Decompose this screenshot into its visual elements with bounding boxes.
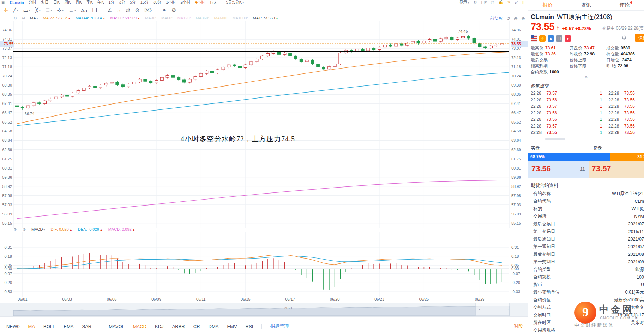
navigator-left-arrow-icon[interactable]: ← <box>478 307 482 312</box>
timeframe-4小时[interactable]: 4小时 <box>195 0 205 5</box>
timeframe-周K[interactable]: 周K <box>64 0 71 5</box>
ma-legend-item[interactable]: MA360: <box>196 16 209 20</box>
chart-navigator[interactable] <box>0 303 528 317</box>
ma-legend-item[interactable]: MA▾ <box>30 16 38 20</box>
timeframe-2小时[interactable]: 2小时 <box>180 0 190 5</box>
indicator-tab-MACD[interactable]: MACD <box>133 324 146 329</box>
range-selector[interactable]: 5天:5分K▾ <box>226 0 244 5</box>
timeframe-15分[interactable]: 15分 <box>140 0 149 5</box>
panel-tab-评论[interactable]: 评论 <box>606 0 644 10</box>
measure-icon[interactable]: ∠ <box>107 7 112 13</box>
macd-legend-item[interactable]: MACD: 0.092▲ <box>108 227 135 231</box>
indicator-tab-EMA[interactable]: EMA <box>64 324 73 329</box>
adjust-mode-link[interactable]: 前复权 <box>490 16 503 22</box>
indicator-tab-CR[interactable]: CR <box>193 324 200 329</box>
active-symbol-label[interactable]: CLmain <box>10 0 24 5</box>
indicator-tab-MAVOL[interactable]: MAVOL <box>109 324 125 329</box>
panel-toggle-icon[interactable]: ▯ <box>522 0 524 5</box>
tick-list-scrollbar[interactable] <box>545 138 565 140</box>
timeframe-日K[interactable]: 日K <box>53 0 60 5</box>
undo-icon[interactable]: ↺ <box>506 16 510 21</box>
timeframe-30分[interactable]: 30分 <box>153 0 161 5</box>
compare-icon[interactable]: ⚭ <box>162 7 167 13</box>
trend-line-icon[interactable]: ╱▾ <box>13 7 18 13</box>
zoom-in-icon[interactable]: ⊕ <box>521 16 525 21</box>
flag-icon[interactable] <box>531 35 537 42</box>
timeframe-年K[interactable]: 年K <box>97 0 104 5</box>
settings-gear-icon[interactable]: ⚙ <box>474 0 477 5</box>
timeframe-3分[interactable]: 3分 <box>119 0 125 5</box>
ma-legend-item[interactable]: MA120: <box>177 16 191 20</box>
indicator-tab-指标管理[interactable]: 指标管理 <box>270 323 289 330</box>
macd-legend-item[interactable]: DEA: -0.026▲ <box>78 227 103 231</box>
magnet-icon[interactable]: ∩ <box>117 7 121 13</box>
panel-tab-资讯[interactable]: 资讯 <box>567 0 605 10</box>
ma-legend-item[interactable]: MA900: 59.569▲ <box>110 16 140 20</box>
timeframe-1分[interactable]: 1分 <box>108 0 114 5</box>
notes-icon[interactable]: ✍ <box>498 0 503 5</box>
bid-ratio-bar: 68.75% <box>528 153 610 161</box>
ma-legend-item[interactable]: MA30: <box>145 16 156 20</box>
ma-legend-item[interactable]: MA1000: <box>232 16 248 20</box>
ma-legend-item[interactable]: MA600: <box>214 16 228 20</box>
ma-legend-item[interactable]: MA1: 73.550▼ <box>253 16 278 20</box>
ask-price-box[interactable]: 73.57 <box>589 161 644 178</box>
zoom-out-icon[interactable]: ⊖ <box>514 16 518 21</box>
ma-legend-item[interactable]: MA144: 70.614▲ <box>76 16 106 20</box>
fullscreen-icon[interactable]: ⤢ <box>515 0 518 5</box>
hide-drawings-icon[interactable]: ⊘ <box>135 7 140 13</box>
draw-pencil-icon[interactable]: ✎ <box>507 0 511 5</box>
contract-label: 最后通知日 <box>533 236 555 242</box>
sync-drawing-icon[interactable]: ⇄ <box>126 7 130 13</box>
window-layout-icon[interactable]: ▣ <box>1 0 5 5</box>
timeframe-月K[interactable]: 月K <box>75 0 82 5</box>
navigator-right-arrow-icon[interactable]: → <box>505 307 510 312</box>
shape-rect-icon[interactable]: ▭▾ <box>23 7 30 13</box>
display-menu[interactable]: 显示▾ <box>459 0 469 5</box>
indicator-close-icon[interactable]: ⊗ <box>22 16 25 20</box>
fast-trade-icon[interactable]: ⚡ <box>539 35 546 42</box>
indicator-tab-ARBR[interactable]: ARBR <box>172 324 185 329</box>
layout-select-icon[interactable]: ▢▾ <box>481 0 487 5</box>
macd-legend-item[interactable]: DIF: 0.020▲ <box>51 227 72 231</box>
indicator-gear-icon[interactable]: ⚙ <box>13 16 17 20</box>
related-contracts-icon[interactable]: ▲ <box>548 35 554 42</box>
indicator-tab-KDJ[interactable]: KDJ <box>155 324 164 329</box>
indicator-tab-DMA[interactable]: DMA <box>209 324 219 329</box>
crosshair-icon[interactable]: ✛ <box>4 7 8 13</box>
cursor-tool-icon[interactable]: ╳▾ <box>35 7 41 13</box>
timeframe-5分[interactable]: 5分 <box>130 0 136 5</box>
pattern-tool-icon[interactable]: ≣▾ <box>46 7 52 13</box>
favorite-heart-icon[interactable]: ♥ <box>565 35 571 42</box>
news-doc-icon[interactable]: 目 <box>556 35 562 42</box>
text-tool-icon[interactable]: Aa <box>81 7 87 13</box>
quick-trade-button[interactable]: 快捷交易 <box>635 34 644 42</box>
arrow-tool-icon[interactable]: ←▾ <box>68 7 76 13</box>
session-tab[interactable]: 时段 <box>514 323 523 330</box>
timeframe-季K[interactable]: 季K <box>86 0 93 5</box>
macd-title[interactable]: MACD▾ <box>31 227 45 231</box>
indicator-tab-EMV[interactable]: EMV <box>227 324 237 329</box>
indicator-tab-BOLL[interactable]: BOLL <box>43 324 55 329</box>
timeframe-1小时[interactable]: 1小时 <box>166 0 176 5</box>
indicator-close-icon[interactable]: ⊗ <box>23 227 26 232</box>
comment-tool-icon[interactable]: ❏ <box>92 7 97 13</box>
indicator-tab-NEW0[interactable]: NEW0 <box>6 324 20 329</box>
timeframe-多日[interactable]: 多日 <box>41 0 49 5</box>
indicator-tab-SAR[interactable]: SAR <box>82 324 91 329</box>
timeframe-分时[interactable]: 分时 <box>29 0 36 5</box>
ma-legend-item[interactable]: MA60: <box>161 16 173 20</box>
ma-legend-item[interactable]: MA55: 72.712▲ <box>43 16 71 20</box>
timeframe-Tick[interactable]: Tick <box>210 0 217 5</box>
indicator-tab-RSI[interactable]: RSI <box>246 324 253 329</box>
contract-label: 第一交割日 <box>533 259 555 265</box>
panel-tab-报价[interactable]: 报价 <box>528 0 567 10</box>
indicator-tab-MA[interactable]: MA <box>28 324 35 329</box>
delete-drawings-icon[interactable]: ⌦ <box>144 7 152 13</box>
indicator-settings-icon[interactable]: ⚙ <box>171 7 176 13</box>
bid-price-box[interactable]: 73.56 11 <box>528 161 589 178</box>
screenshot-icon[interactable]: ⎙ <box>491 0 494 5</box>
pitchfork-tool-icon[interactable]: ⊹▾ <box>57 7 64 13</box>
indicator-gear-icon[interactable]: ⚙ <box>13 227 17 232</box>
collapse-caret-icon[interactable]: ^ <box>528 75 644 80</box>
